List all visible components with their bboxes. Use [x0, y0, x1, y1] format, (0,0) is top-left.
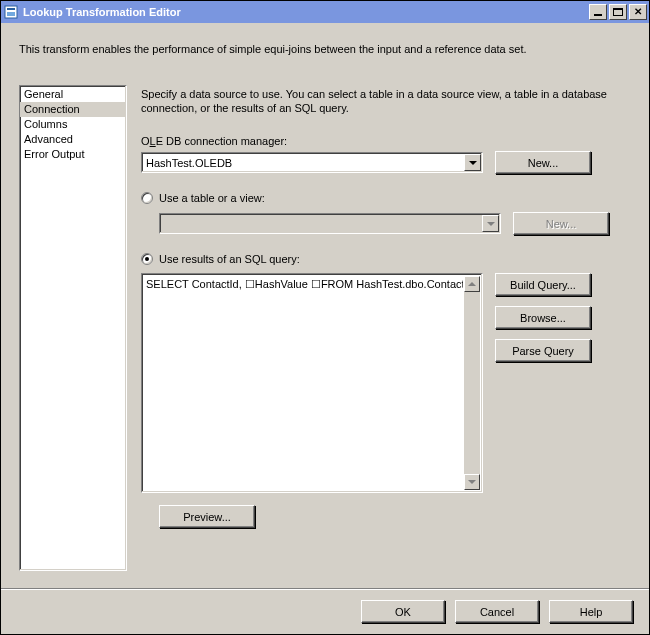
build-query-button[interactable]: Build Query... [495, 273, 591, 296]
help-button[interactable]: Help [549, 600, 633, 623]
preview-button[interactable]: Preview... [159, 505, 255, 528]
use-sql-radio-row[interactable]: Use results of an SQL query: [141, 253, 635, 265]
chevron-down-icon[interactable] [464, 154, 481, 171]
oledb-connection-value: HashTest.OLEDB [142, 157, 463, 169]
svg-rect-1 [7, 8, 15, 10]
page-list: General Connection Columns Advanced Erro… [19, 85, 127, 571]
dialog-buttons: OK Cancel Help [1, 588, 649, 634]
table-combo [159, 213, 501, 234]
window-controls: ✕ [587, 4, 647, 20]
close-button[interactable]: ✕ [629, 4, 647, 20]
app-icon [3, 4, 19, 20]
sidebar-item-connection[interactable]: Connection [20, 102, 126, 117]
oledb-label-post: E DB connection manager: [156, 135, 287, 147]
svg-rect-2 [7, 12, 15, 16]
ok-button[interactable]: OK [361, 600, 445, 623]
oledb-label: OLE DB connection manager: [141, 135, 635, 147]
oledb-label-pre: O [141, 135, 150, 147]
browse-button[interactable]: Browse... [495, 306, 591, 329]
scroll-down-icon[interactable] [464, 474, 480, 490]
cancel-button[interactable]: Cancel [455, 600, 539, 623]
content-panel: Specify a data source to use. You can se… [141, 85, 635, 588]
use-table-label: Use a table or a view: [159, 192, 265, 204]
transform-description: This transform enables the performance o… [1, 23, 649, 85]
chevron-down-icon [482, 215, 499, 232]
sidebar-item-error-output[interactable]: Error Output [20, 147, 126, 162]
maximize-button[interactable] [609, 4, 627, 20]
sidebar-item-advanced[interactable]: Advanced [20, 132, 126, 147]
body: General Connection Columns Advanced Erro… [1, 85, 649, 588]
use-sql-radio[interactable] [141, 253, 153, 265]
use-table-radio[interactable] [141, 192, 153, 204]
titlebar[interactable]: Lookup Transformation Editor ✕ [1, 1, 649, 23]
minimize-button[interactable] [589, 4, 607, 20]
window-frame: Lookup Transformation Editor ✕ This tran… [0, 0, 650, 635]
new-connection-button[interactable]: New... [495, 151, 591, 174]
parse-query-button[interactable]: Parse Query [495, 339, 591, 362]
sidebar-item-general[interactable]: General [20, 87, 126, 102]
oledb-connection-combo[interactable]: HashTest.OLEDB [141, 152, 483, 173]
instructions-text: Specify a data source to use. You can se… [141, 87, 635, 115]
use-table-radio-row[interactable]: Use a table or a view: [141, 192, 635, 204]
scroll-up-icon[interactable] [464, 276, 480, 292]
sql-query-textarea[interactable]: SELECT ContactId, ☐HashValue ☐FROM HashT… [141, 273, 483, 493]
window-title: Lookup Transformation Editor [23, 6, 587, 18]
scrollbar[interactable] [464, 276, 480, 490]
use-sql-label: Use results of an SQL query: [159, 253, 300, 265]
new-table-button: New... [513, 212, 609, 235]
sidebar-item-columns[interactable]: Columns [20, 117, 126, 132]
sql-query-text: SELECT ContactId, ☐HashValue ☐FROM HashT… [144, 276, 463, 490]
